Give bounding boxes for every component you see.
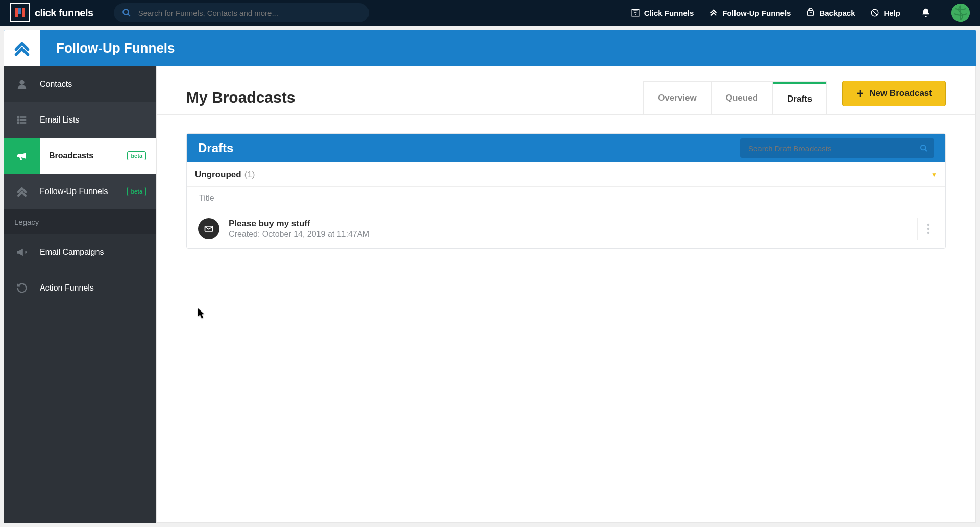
tab-queued[interactable]: Queued (712, 82, 773, 114)
global-search (114, 3, 369, 22)
app-shell: Contacts Email Lists Broadcasts beta (0, 26, 980, 527)
caret-down-icon: ▼ (931, 171, 937, 178)
top-nav: click funnels Click Funnels Follow-Up Fu… (0, 0, 980, 26)
group-count: (1) (244, 170, 255, 180)
history-icon (4, 282, 40, 294)
sidebar-item-label: Follow-Up Funnels (40, 187, 127, 196)
nav-label: Help (884, 9, 900, 17)
tab-overview[interactable]: Overview (644, 82, 712, 114)
sidebar-item-label: Contacts (40, 80, 146, 89)
sidebar-item-broadcasts[interactable]: Broadcasts beta (4, 138, 156, 174)
draft-row-text: Please buy my stuff Created: October 14,… (229, 219, 370, 239)
user-avatar[interactable] (951, 4, 970, 22)
sidebar-item-label: Action Funnels (40, 283, 146, 293)
nav-follow-up-funnels[interactable]: Follow-Up Funnels (709, 8, 791, 17)
drafts-panel: Drafts Ungrouped (1) ▼ Title (186, 133, 946, 249)
sidebar: Contacts Email Lists Broadcasts beta (4, 66, 156, 523)
row-menu-button[interactable] (917, 218, 939, 240)
backpack-icon (806, 8, 815, 17)
page-header-right: Follow-Up Funnels (156, 30, 976, 66)
logo-icon (10, 3, 30, 22)
svg-point-16 (17, 122, 19, 124)
global-search-input[interactable] (114, 3, 369, 22)
group-header[interactable]: Ungrouped (1) ▼ (187, 162, 945, 187)
content: My Broadcasts Overview Queued Drafts New… (156, 66, 976, 523)
bullhorn-icon (4, 247, 40, 258)
sidebar-item-follow-up-funnels[interactable]: Follow-Up Funnels beta (4, 174, 156, 209)
page-header-icon[interactable] (4, 30, 40, 66)
tabs: Overview Queued Drafts (643, 81, 827, 114)
content-heading: My Broadcasts (186, 89, 295, 106)
draft-title: Please buy my stuff (229, 219, 370, 229)
sidebar-item-action-funnels[interactable]: Action Funnels (4, 270, 156, 306)
nav-backpack[interactable]: Backpack (806, 8, 855, 17)
sidebar-item-email-lists[interactable]: Email Lists (4, 102, 156, 138)
sidebar-column: Contacts Email Lists Broadcasts beta (4, 30, 156, 523)
search-icon (920, 144, 928, 152)
chevrons-up-icon (4, 185, 40, 198)
notifications-bell-icon[interactable] (921, 8, 931, 18)
tab-label: Overview (658, 93, 697, 103)
sidebar-item-email-campaigns[interactable]: Email Campaigns (4, 234, 156, 270)
svg-point-14 (17, 116, 19, 118)
sidebar-item-label: Email Campaigns (40, 248, 146, 257)
sidebar-item-label: Broadcasts (40, 151, 127, 160)
beta-badge: beta (127, 187, 146, 196)
draft-created: Created: October 14, 2019 at 11:47AM (229, 230, 370, 239)
panel-search-input[interactable] (740, 138, 934, 158)
panel-search (740, 138, 934, 158)
svg-line-20 (925, 149, 927, 151)
beta-badge: beta (127, 151, 146, 160)
help-icon (870, 8, 879, 17)
button-label: New Broadcast (869, 88, 932, 99)
main-area: Follow-Up Funnels My Broadcasts Overview… (156, 30, 976, 523)
page-title: Follow-Up Funnels (56, 40, 175, 56)
svg-rect-2 (22, 8, 25, 17)
new-broadcast-button[interactable]: New Broadcast (842, 81, 946, 106)
svg-rect-1 (18, 8, 21, 14)
group-title: Ungrouped (195, 170, 241, 180)
svg-point-22 (927, 224, 929, 226)
megaphone-icon (4, 138, 40, 174)
panel-header: Drafts (187, 134, 945, 162)
nav-help[interactable]: Help (870, 8, 900, 17)
sidebar-item-label: Email Lists (40, 115, 146, 125)
tab-drafts[interactable]: Drafts (773, 82, 826, 114)
search-icon (122, 8, 131, 17)
svg-point-15 (17, 119, 19, 121)
svg-point-23 (927, 228, 929, 230)
mail-icon (198, 218, 219, 239)
list-icon (4, 114, 40, 126)
draft-row[interactable]: Please buy my stuff Created: October 14,… (187, 209, 945, 248)
svg-point-10 (19, 80, 24, 85)
svg-point-24 (927, 232, 929, 234)
tab-label: Queued (726, 93, 758, 103)
brand-name: click funnels (35, 7, 93, 19)
panel-title: Drafts (198, 141, 233, 155)
tab-label: Drafts (787, 94, 812, 104)
column-title: Title (199, 194, 214, 203)
funnel-icon (631, 8, 640, 17)
content-header: My Broadcasts Overview Queued Drafts New… (157, 66, 975, 115)
column-header-row: Title (187, 187, 945, 209)
sidebar-legacy-label: Legacy (4, 209, 156, 234)
svg-line-4 (128, 14, 130, 16)
svg-rect-0 (15, 8, 18, 17)
plus-icon (856, 89, 864, 98)
top-nav-links: Click Funnels Follow-Up Funnels Backpack… (631, 4, 970, 22)
nav-label: Click Funnels (644, 9, 694, 17)
user-icon (4, 79, 40, 90)
svg-line-8 (873, 11, 877, 15)
kebab-icon (927, 223, 930, 234)
chevrons-up-icon (709, 8, 718, 17)
sidebar-item-contacts[interactable]: Contacts (4, 66, 156, 102)
nav-click-funnels[interactable]: Click Funnels (631, 8, 694, 17)
svg-point-19 (921, 145, 925, 150)
brand-logo[interactable]: click funnels (10, 3, 93, 22)
nav-label: Follow-Up Funnels (722, 9, 791, 17)
svg-point-3 (123, 9, 129, 15)
nav-label: Backpack (819, 9, 855, 17)
